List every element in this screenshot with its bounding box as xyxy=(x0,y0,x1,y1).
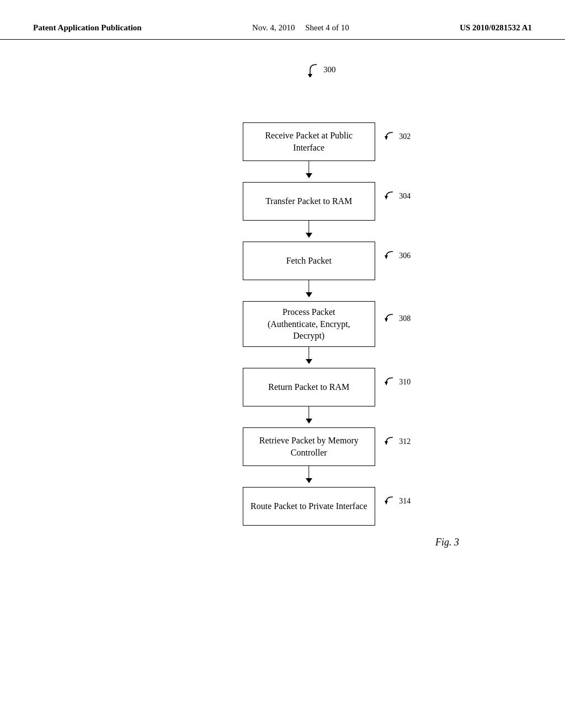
ref-bracket-icon xyxy=(382,377,397,389)
svg-marker-5 xyxy=(385,382,388,386)
ref-bracket-icon xyxy=(382,250,397,263)
flow-arrow-308 xyxy=(243,347,375,368)
flow-ref-314: 314 xyxy=(382,496,411,508)
flow-ref-310: 310 xyxy=(382,377,411,389)
flow-box-312: Retrieve Packet by Memory Controller xyxy=(243,427,375,466)
patent-number-label: US 2010/0281532 A1 xyxy=(460,22,532,34)
diagram-area: 300 Receive Packet at Public Interface 3… xyxy=(0,40,565,559)
ref-bracket-icon xyxy=(382,313,397,325)
flow-box-314: Route Packet to Private Interface xyxy=(243,487,375,526)
svg-marker-1 xyxy=(385,136,388,140)
bracket-arrow-icon xyxy=(305,62,321,77)
flow-number: 300 xyxy=(323,65,336,74)
ref-bracket-icon xyxy=(382,496,397,508)
date-label: Nov. 4, 2010 xyxy=(252,23,295,32)
flow-item-302: Receive Packet at Public Interface 302 xyxy=(243,122,411,161)
flow-arrow-302 xyxy=(243,161,375,182)
flow-300-label: 300 xyxy=(305,62,336,77)
flow-box-308: Process Packet (Authenticate, Encrypt, D… xyxy=(243,301,375,347)
ref-bracket-icon xyxy=(382,131,397,143)
flow-box-302: Receive Packet at Public Interface xyxy=(243,122,375,161)
flow-ref-308: 308 xyxy=(382,313,411,325)
svg-marker-7 xyxy=(385,501,388,505)
flowchart: Receive Packet at Public Interface 302Tr… xyxy=(243,122,411,526)
flow-item-306: Fetch Packet 306 xyxy=(243,242,411,280)
svg-marker-6 xyxy=(385,441,388,445)
svg-marker-0 xyxy=(308,74,312,77)
flow-item-310: Return Packet to RAM 310 xyxy=(243,368,411,406)
flow-number-container: 300 xyxy=(89,56,476,89)
page-header: Patent Application Publication Nov. 4, 2… xyxy=(0,0,565,40)
svg-marker-4 xyxy=(385,318,388,322)
ref-bracket-icon xyxy=(382,436,397,448)
svg-marker-3 xyxy=(385,255,388,259)
flow-item-312: Retrieve Packet by Memory Controller 312 xyxy=(243,427,411,466)
flow-arrow-310 xyxy=(243,406,375,427)
flow-item-304: Transfer Packet to RAM 304 xyxy=(243,182,411,221)
flow-box-310: Return Packet to RAM xyxy=(243,368,375,406)
fig-caption: Fig. 3 xyxy=(435,537,459,548)
flow-arrow-306 xyxy=(243,280,375,301)
flow-ref-312: 312 xyxy=(382,436,411,448)
flow-ref-302: 302 xyxy=(382,131,411,143)
flow-arrow-312 xyxy=(243,466,375,487)
flow-item-308: Process Packet (Authenticate, Encrypt, D… xyxy=(243,301,411,347)
flow-box-304: Transfer Packet to RAM xyxy=(243,182,375,221)
flow-item-314: Route Packet to Private Interface 314 xyxy=(243,487,411,526)
flow-box-306: Fetch Packet xyxy=(243,242,375,280)
svg-marker-2 xyxy=(385,196,388,200)
ref-bracket-icon xyxy=(382,191,397,203)
page: Patent Application Publication Nov. 4, 2… xyxy=(0,0,565,728)
publication-label: Patent Application Publication xyxy=(33,22,142,34)
sheet-label: Sheet 4 of 10 xyxy=(305,23,349,32)
flow-arrow-304 xyxy=(243,221,375,242)
flow-ref-306: 306 xyxy=(382,250,411,263)
date-sheet-label: Nov. 4, 2010 Sheet 4 of 10 xyxy=(252,22,349,34)
flow-ref-304: 304 xyxy=(382,191,411,203)
